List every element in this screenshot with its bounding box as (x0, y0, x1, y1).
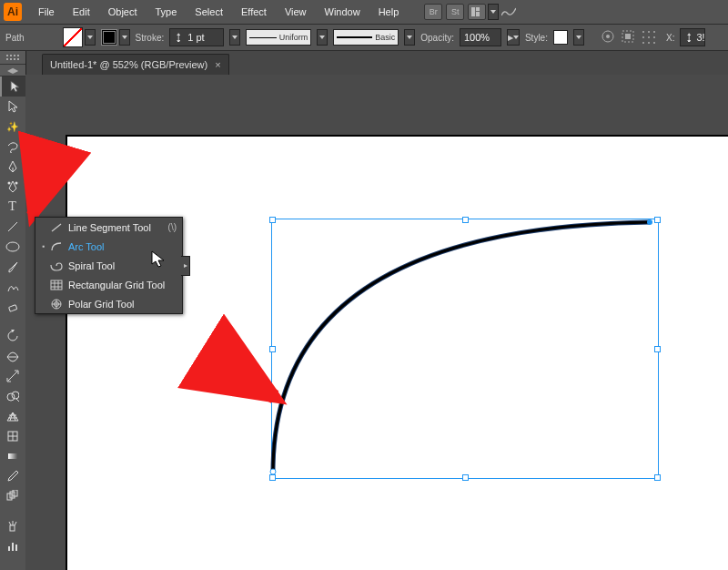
svg-point-7 (642, 31, 644, 33)
tool-panel-arrows[interactable]: ◀▶ (0, 65, 25, 76)
menu-object[interactable]: Object (99, 0, 147, 24)
symbol-sprayer-tool[interactable] (0, 515, 25, 535)
selection-tool[interactable] (0, 76, 26, 97)
eraser-tool[interactable] (0, 297, 25, 317)
graphic-style-swatch[interactable] (553, 30, 568, 45)
flyout-polar-grid-tool[interactable]: Polar Grid Tool (35, 294, 182, 313)
bridge-icon[interactable]: Br (424, 4, 442, 20)
stroke-width-dropdown[interactable] (229, 29, 240, 46)
stroke-profile-dropdown[interactable] (317, 29, 328, 46)
free-transform-tool[interactable] (0, 366, 25, 386)
recolor-icon[interactable] (601, 29, 615, 46)
mesh-tool[interactable] (0, 426, 25, 446)
menu-type[interactable]: Type (147, 0, 187, 24)
tool-panel-grip[interactable] (0, 51, 25, 65)
transform-icon[interactable] (641, 29, 661, 46)
align-icon[interactable] (621, 29, 635, 46)
paintbrush-tool[interactable] (0, 257, 25, 277)
curvature-tool[interactable] (0, 177, 25, 197)
direct-selection-tool[interactable] (0, 97, 25, 117)
perspective-grid-tool[interactable] (0, 406, 25, 426)
svg-line-25 (16, 399, 19, 402)
svg-rect-20 (8, 305, 16, 311)
svg-point-24 (12, 392, 19, 399)
selection-handle-n[interactable] (462, 217, 469, 223)
lasso-tool[interactable] (0, 137, 25, 157)
menu-effect[interactable]: Effect (232, 0, 276, 24)
rotate-tool[interactable] (0, 326, 25, 346)
menu-file[interactable]: File (29, 0, 64, 24)
magic-wand-tool[interactable]: ✨ (0, 117, 25, 137)
illustrator-app-icon: Ai (4, 3, 22, 21)
stock-icon[interactable]: St (446, 4, 464, 20)
svg-point-13 (642, 42, 644, 44)
gpu-preview-icon[interactable] (500, 5, 517, 19)
line-segment-icon (48, 222, 65, 233)
flyout-arc-tool[interactable]: ▪ Arc Tool (35, 237, 182, 256)
opacity-dropdown[interactable]: ▶ (507, 29, 520, 46)
line-segment-tool[interactable] (0, 217, 25, 237)
flyout-spiral-tool[interactable]: Spiral Tool (35, 256, 182, 275)
shape-builder-tool[interactable] (0, 386, 25, 406)
stroke-profile-preview[interactable]: Uniform (246, 29, 311, 46)
menu-window[interactable]: Window (316, 0, 369, 24)
arrange-docs-dropdown[interactable] (488, 4, 499, 20)
menu-view[interactable]: View (276, 0, 316, 24)
eyedropper-tool[interactable] (0, 466, 25, 486)
selection-handle-w[interactable] (269, 346, 276, 352)
svg-point-11 (648, 36, 650, 38)
tool-panel: ◀▶ ✨ T (0, 51, 26, 570)
selection-bounding-box[interactable] (271, 219, 659, 479)
menu-help[interactable]: Help (369, 0, 409, 24)
selection-handle-s[interactable] (462, 474, 469, 481)
svg-rect-26 (8, 432, 17, 441)
gradient-tool[interactable] (0, 446, 25, 466)
spiral-icon (48, 260, 65, 271)
selection-handle-se[interactable] (654, 474, 661, 481)
arrange-docs-icon[interactable] (468, 4, 486, 20)
brush-dropdown[interactable] (404, 29, 415, 46)
flyout-rectangular-grid-tool[interactable]: Rectangular Grid Tool (35, 275, 182, 294)
selection-handle-e[interactable] (654, 346, 661, 352)
width-tool[interactable] (0, 346, 25, 366)
flyout-tearoff-handle[interactable] (181, 256, 190, 276)
menu-select[interactable]: Select (186, 0, 232, 24)
menu-edit[interactable]: Edit (64, 0, 99, 24)
svg-point-19 (6, 242, 19, 251)
selection-handle-sw[interactable] (269, 474, 276, 481)
selection-type-label: Path (5, 33, 25, 43)
flyout-line-segment-tool[interactable]: Line Segment Tool (\) (35, 218, 182, 237)
style-label: Style: (525, 33, 548, 43)
blend-tool[interactable] (0, 486, 25, 506)
stroke-width-field[interactable]: ⭥1 pt (169, 28, 224, 46)
document-tab[interactable]: Untitled-1* @ 552% (RGB/Preview) × (42, 54, 229, 75)
ellipse-tool[interactable] (0, 237, 25, 257)
type-tool[interactable]: T (0, 197, 25, 217)
shaper-tool[interactable] (0, 277, 25, 297)
fill-swatch[interactable] (63, 27, 83, 47)
svg-rect-1 (476, 7, 480, 11)
svg-point-17 (15, 182, 17, 185)
document-tab-close-icon[interactable]: × (215, 59, 220, 70)
graphic-style-dropdown[interactable] (573, 29, 584, 46)
x-label: X: (666, 33, 674, 43)
svg-point-8 (648, 31, 650, 33)
svg-point-12 (653, 36, 655, 38)
svg-rect-36 (15, 545, 17, 551)
fill-dropdown[interactable] (85, 29, 96, 46)
x-field[interactable]: ⭥3! (680, 28, 705, 46)
svg-line-39 (52, 224, 61, 231)
pen-tool[interactable] (0, 157, 25, 177)
opacity-field[interactable]: 100% (460, 28, 501, 46)
svg-rect-2 (476, 12, 480, 16)
svg-rect-6 (625, 34, 631, 39)
selection-handle-ne[interactable] (654, 217, 661, 223)
selection-handle-nw[interactable] (269, 217, 276, 223)
stroke-swatch[interactable] (101, 29, 117, 46)
brush-preview[interactable]: Basic (333, 29, 399, 46)
stroke-dropdown[interactable] (119, 29, 130, 46)
svg-line-22 (8, 372, 17, 381)
svg-point-4 (606, 35, 610, 38)
svg-rect-0 (471, 7, 475, 16)
column-graph-tool[interactable] (0, 535, 25, 555)
